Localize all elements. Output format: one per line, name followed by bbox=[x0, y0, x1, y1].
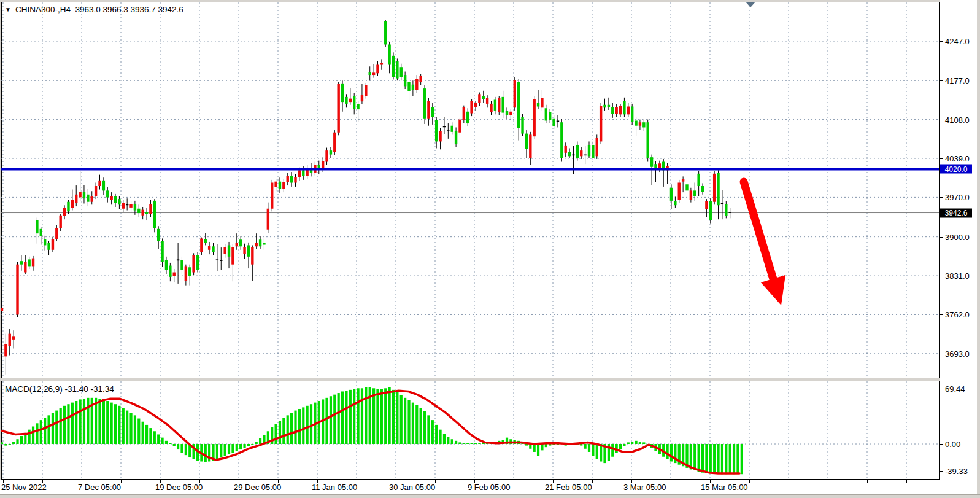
candle-body bbox=[533, 99, 535, 137]
y-axis-tick bbox=[939, 197, 943, 198]
candle-body bbox=[169, 266, 171, 277]
candle-body bbox=[596, 138, 598, 156]
candle-body bbox=[333, 133, 336, 152]
macd-histogram-bar bbox=[220, 444, 222, 457]
candle-body bbox=[627, 106, 630, 114]
candle-body bbox=[161, 241, 163, 262]
macd-histogram-bar bbox=[36, 423, 38, 444]
candle-body bbox=[447, 130, 449, 131]
macd-histogram-bar bbox=[466, 443, 469, 444]
candle-body bbox=[658, 163, 661, 168]
candle-body bbox=[180, 260, 183, 270]
trend-arrow-shaft[interactable] bbox=[744, 182, 773, 279]
candle-body bbox=[114, 196, 117, 203]
macd-histogram-bar bbox=[1, 442, 3, 444]
macd-histogram-bar bbox=[721, 444, 723, 474]
candle-body bbox=[345, 97, 347, 104]
x-axis-label: 21 Feb 05:00 bbox=[545, 483, 592, 492]
x-axis-tick bbox=[160, 480, 161, 483]
macd-histogram-bar bbox=[333, 395, 336, 444]
candle-body bbox=[521, 117, 523, 134]
x-axis-tick bbox=[867, 480, 868, 483]
macd-histogram-bar bbox=[458, 442, 461, 444]
symbol-dropdown-icon[interactable]: ▼ bbox=[5, 6, 11, 13]
macd-histogram-bar bbox=[439, 430, 441, 444]
macd-histogram-bar bbox=[690, 444, 692, 469]
macd-histogram-bar bbox=[666, 444, 669, 459]
candle-body bbox=[608, 105, 610, 107]
macd-histogram-bar bbox=[698, 444, 700, 472]
candle-body bbox=[474, 103, 477, 107]
y-axis-label: 4177.0 bbox=[945, 76, 970, 85]
macd-histogram-bar bbox=[537, 444, 539, 456]
candle-body bbox=[228, 245, 230, 256]
candle-body bbox=[549, 112, 551, 120]
chart-title: ▼CHINA300-,H4 3963.0 3966.3 3936.7 3942.… bbox=[5, 5, 183, 14]
candle-body bbox=[110, 196, 112, 200]
macd-histogram-bar bbox=[725, 444, 727, 474]
macd-histogram-bar bbox=[294, 411, 296, 444]
macd-histogram-bar bbox=[169, 443, 171, 444]
candle-body bbox=[212, 246, 214, 252]
candle-body bbox=[282, 182, 285, 189]
macd-histogram-bar bbox=[310, 404, 312, 444]
candle-body bbox=[482, 96, 485, 99]
candle-body bbox=[294, 177, 296, 182]
macd-histogram-bar bbox=[376, 389, 379, 444]
macd-histogram-bar bbox=[635, 441, 637, 444]
candle-body bbox=[126, 204, 128, 205]
candle-body bbox=[208, 246, 210, 249]
macd-histogram-bar bbox=[415, 405, 418, 444]
candlestick-chart[interactable] bbox=[1, 2, 940, 378]
macd-histogram-bar bbox=[627, 442, 630, 444]
macd-axis-tick bbox=[939, 471, 943, 472]
candle-body bbox=[466, 112, 469, 123]
candle-body bbox=[431, 107, 434, 117]
candle-body bbox=[721, 203, 723, 204]
macd-histogram-bar bbox=[451, 439, 453, 444]
candle-body bbox=[572, 155, 574, 156]
candle-body bbox=[423, 88, 426, 119]
candle-body bbox=[177, 259, 179, 260]
macd-histogram-bar bbox=[404, 398, 406, 444]
candle-body bbox=[223, 247, 226, 254]
candle-body bbox=[236, 243, 238, 247]
macd-histogram-bar bbox=[287, 415, 289, 444]
trend-arrow-head[interactable] bbox=[761, 275, 785, 305]
candle-body bbox=[576, 145, 579, 158]
candle-body bbox=[705, 201, 708, 209]
candle-body bbox=[615, 107, 617, 114]
candle-body bbox=[642, 122, 645, 127]
candle-body bbox=[231, 247, 234, 264]
candle-body bbox=[685, 184, 688, 190]
macd-histogram-bar bbox=[709, 444, 712, 473]
y-axis-label: 4039.0 bbox=[945, 154, 970, 163]
x-axis-tick bbox=[199, 480, 200, 483]
macd-histogram-bar bbox=[427, 415, 430, 444]
candle-body bbox=[509, 112, 512, 115]
candle-body bbox=[255, 243, 258, 247]
macd-histogram-bar bbox=[733, 444, 735, 474]
macd-histogram-bar bbox=[338, 393, 340, 444]
macd-histogram-bar bbox=[392, 390, 395, 444]
x-axis-tick bbox=[82, 480, 82, 483]
candle-body bbox=[697, 174, 700, 186]
x-axis-tick bbox=[671, 480, 671, 483]
macd-histogram-bar bbox=[596, 444, 598, 459]
candle-body bbox=[407, 82, 410, 91]
x-axis-label: 11 Jan 05:00 bbox=[312, 483, 357, 492]
candle-body bbox=[1, 308, 3, 311]
macd-chart[interactable] bbox=[1, 381, 940, 480]
candle-body bbox=[63, 208, 66, 216]
candle-body bbox=[435, 120, 438, 142]
macd-histogram-bar bbox=[455, 441, 457, 444]
macd-histogram-bar bbox=[63, 406, 66, 444]
x-axis-tick bbox=[789, 480, 789, 483]
candle-body bbox=[529, 134, 531, 158]
candle-body bbox=[44, 239, 46, 245]
macd-histogram-bar bbox=[619, 444, 622, 449]
candle-body bbox=[55, 228, 58, 239]
candle-body bbox=[20, 261, 23, 265]
macd-histogram-bar bbox=[729, 444, 731, 473]
candle-body bbox=[451, 126, 453, 132]
